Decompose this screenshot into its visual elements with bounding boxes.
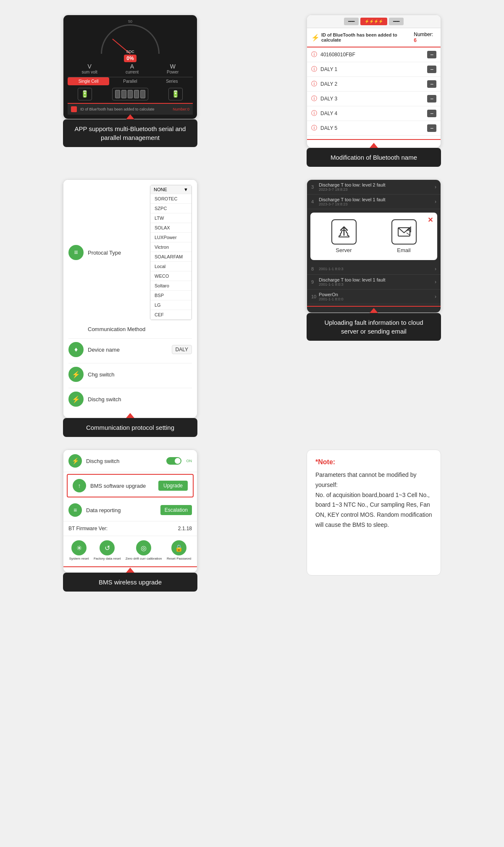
fault-arrow-0: › [435,184,436,190]
caption-4: Uploading fault information to cloud ser… [307,313,441,341]
dropdown-item-szpc[interactable]: SZPC [150,204,192,213]
note-box: *Note: Parameters that cannot be modifie… [307,450,441,576]
upload-modal: ✕ Server [310,213,437,260]
caption-3: Communication protocol setting [63,418,197,437]
upgrade-icon: ↑ [73,479,86,492]
battery-single-icon: 🔋 [81,90,89,98]
upgrade-screen: ⚡ Dischg switch ON ↑ BMS software upgrad… [63,450,197,572]
dropdown-item-soalarfam[interactable]: SOALARFAM [150,252,192,262]
phone-frame-5: ⚡ Dischg switch ON ↑ BMS software upgrad… [63,450,197,573]
upload-server-option[interactable]: Server [331,219,357,253]
fault-item-10[interactable]: 10 PowerOn 2001-1-1 8:0:0 › [307,289,441,304]
fault-arrow-1: › [435,199,436,205]
protocol-dropdown[interactable]: NONE ▼ SOROTEC SZPC LTW SOLAX LUXPower V… [150,185,192,320]
bt-remove-0[interactable]: − [427,51,436,58]
caption-2: Modification of Bluetooth name [307,148,441,167]
chg-icon: ⚡ [68,367,84,382]
bt-remove-1[interactable]: − [427,66,436,73]
bt-warning-icon-5: ⓘ [311,124,317,132]
tab-bar: Single Cell Parallel Series [68,77,193,85]
dropdown-item-solax[interactable]: SOLAX [150,223,192,233]
tab-parallel[interactable]: Parallel [109,77,151,85]
fault-item-8[interactable]: 8 2001-1-1 8:0:3 › [307,263,441,275]
bt-remove-2[interactable]: − [427,80,436,88]
dischg-row: ⚡ Dischg switch ON [63,450,197,472]
device-name-row: ♦ Device name DALY [68,342,192,357]
factory-reset-item[interactable]: ↺ Factory data reset [94,540,121,560]
dropdown-item-local[interactable]: Local [150,262,192,271]
cell-visualization: 🔋 🔋 [68,88,193,100]
note-text: Parameters that cannot be modified by yo… [315,470,432,530]
dischg-toggle[interactable] [166,457,181,465]
phone-frame-3: ≡ Protocal Type NONE ▼ SOROTEC SZPC LT [63,179,197,418]
dischg-upgrade-icon: ⚡ [68,454,82,468]
fault-item-4[interactable]: 4 Discharge T too low: level 1 fault 202… [307,195,441,209]
system-reset-item[interactable]: ✳ System reset [69,540,89,560]
note-title: *Note: [315,458,432,466]
close-modal-button[interactable]: ✕ [428,216,433,224]
caption-5: BMS wireless upgrade [63,573,197,592]
bt-icon [71,106,77,112]
cell-bms-upgrade: ⚡ Dischg switch ON ↑ BMS software upgrad… [8,443,252,598]
dischg-switch-row: ⚡ Dischg switch [68,392,192,407]
device-name-value: DALY [172,345,192,354]
dropdown-item-ltw[interactable]: LTW [150,213,192,223]
bt-item-2[interactable]: ⓘ DALY 2 − [307,77,441,92]
bt-item-1[interactable]: ⓘ DALY 1 − [307,62,441,77]
dropdown-item-luxpower[interactable]: LUXPower [150,233,192,242]
bluetooth-calc-row: ID of BlueTooth has been added to calcul… [68,103,193,115]
bt-list-header: ⚡ ID of BlueTooth has been added to calc… [307,28,441,47]
bt-remove-5[interactable]: − [427,124,436,132]
bt-warning-icon-0: ⓘ [311,51,317,58]
dropdown-item-lg[interactable]: LG [150,300,192,310]
top-modules: ━━━ ⚡⚡⚡⚡ ━━━ [307,15,441,28]
phone-frame-1: 50 SOC 0% V sum volt A current [63,15,197,119]
comm-method-row: Communication Method [68,326,192,332]
soc-value: 0% [124,55,136,62]
bluetooth-icon: ⚡ [311,34,320,42]
bt-item-3[interactable]: ⓘ DALY 3 − [307,92,441,106]
dropdown-item-victron[interactable]: Victron [150,242,192,252]
phone-frame-4: 3 Discharge T too low: level 2 fault 202… [307,179,441,313]
bluetooth-green-icon: ♦ [68,342,84,357]
upload-email-option[interactable]: Email [391,219,417,253]
cell-note: *Note: Parameters that cannot be modifie… [252,443,496,598]
cell-fault-upload: 3 Discharge T too low: level 2 fault 202… [252,173,496,443]
reset-password-item[interactable]: 🔒 Reset Password [167,540,191,560]
bt-item-5[interactable]: ⓘ DALY 5 − [307,121,441,136]
server-upload-icon [331,219,357,245]
escalation-button[interactable]: Escalation [160,505,192,515]
fault-item-9[interactable]: 9 Discharge T too low: level 1 fault 200… [307,275,441,289]
cell-bluetooth-name: ━━━ ⚡⚡⚡⚡ ━━━ ⚡ ID of BlueTooth has been … [252,8,496,173]
dropdown-item-weco[interactable]: WECO [150,271,192,281]
bt-remove-3[interactable]: − [427,95,436,103]
dropdown-item-sorotec[interactable]: SOROTEC [150,194,192,204]
bt-remove-4[interactable]: − [427,110,436,117]
cell-protocol: ≡ Protocal Type NONE ▼ SOROTEC SZPC LT [8,173,252,443]
gauge-display: SOC [101,24,160,54]
zero-drift-icon: ◎ [136,540,151,555]
firmware-row: BT Firmware Ver: 2.1.18 [63,521,197,536]
data-reporting-row: ≡ Data reporting Escalation [63,499,197,521]
series-cell-box: 🔋 [168,88,183,100]
protocol-screen: ≡ Protocal Type NONE ▼ SOROTEC SZPC LT [63,180,197,418]
bt-warning-icon-2: ⓘ [311,80,317,88]
upgrade-button[interactable]: Upgrade [158,481,188,491]
factory-reset-icon: ↺ [100,540,115,555]
caption-1: APP supports multi-Bluetooth serial and … [63,119,197,147]
bt-item-4[interactable]: ⓘ DALY 4 − [307,106,441,121]
bt-item-0[interactable]: ⓘ 401608010FBF − [307,47,441,62]
bt-list-screen: ━━━ ⚡⚡⚡⚡ ━━━ ⚡ ID of BlueTooth has been … [307,15,441,147]
protocol-type-row: ≡ Protocal Type NONE ▼ SOROTEC SZPC LT [68,185,192,320]
bt-warning-icon-3: ⓘ [311,95,317,103]
tab-series[interactable]: Series [151,77,193,85]
gauge-labels: V sum volt A current W Power [68,63,193,74]
bms-upgrade-row: ↑ BMS software upgrade Upgrade [67,474,194,497]
tab-single-cell[interactable]: Single Cell [68,77,109,85]
dropdown-item-cef[interactable]: CEF [150,310,192,320]
dropdown-item-bsp[interactable]: BSP [150,291,192,300]
dropdown-item-soltaro[interactable]: Soltaro [150,281,192,291]
chg-switch-row: ⚡ Chg switch [68,367,192,382]
fault-item-3[interactable]: 3 Discharge T too low: level 2 fault 202… [307,180,441,195]
zero-drift-item[interactable]: ◎ Zero drift curr calibration [126,540,162,560]
